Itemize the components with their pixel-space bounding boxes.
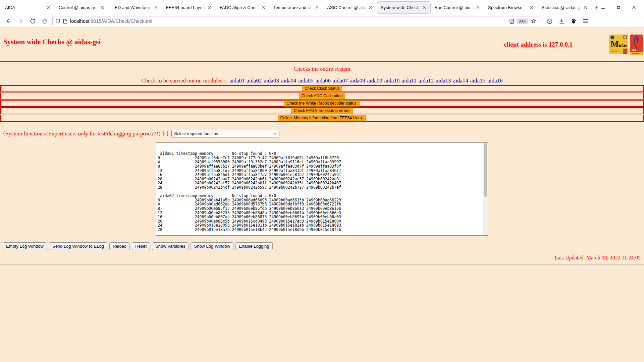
extension-footprint-icon[interactable] bbox=[571, 18, 577, 24]
action-button[interactable]: Empty Log Window bbox=[3, 242, 47, 250]
home-icon[interactable] bbox=[40, 17, 49, 25]
browser-window: AIDA Control @ aidas-gs LED and Waveform bbox=[0, 0, 644, 362]
tab-close-icon[interactable] bbox=[207, 5, 212, 10]
forward-icon[interactable] bbox=[16, 17, 25, 25]
tab-close-icon[interactable] bbox=[475, 5, 481, 10]
module-link[interactable]: aida13 bbox=[436, 77, 451, 84]
action-button[interactable]: Enable Logging bbox=[235, 242, 272, 250]
action-button[interactable]: Reload bbox=[109, 242, 130, 250]
module-link[interactable]: aida01 bbox=[229, 77, 245, 84]
shield-icon[interactable] bbox=[55, 18, 60, 24]
tab-close-icon[interactable] bbox=[368, 5, 373, 10]
browser-tab[interactable]: ASIC Control @ aid bbox=[324, 2, 377, 13]
browser-tab[interactable]: FADC Align & Cont bbox=[216, 2, 269, 13]
check-row: Check ADC Calibration bbox=[0, 93, 644, 100]
midas-mask-icon bbox=[623, 36, 627, 39]
browser-tab[interactable]: FEE64 board Layou bbox=[163, 2, 216, 13]
check-row: Check Clock Status bbox=[0, 85, 644, 92]
tab-close-icon[interactable] bbox=[422, 5, 427, 10]
page-title: System wide Checks @ aidas-gsi bbox=[3, 38, 101, 46]
reload-icon[interactable] bbox=[28, 17, 37, 25]
tab-close-icon[interactable] bbox=[314, 5, 320, 10]
modules-list: aida01aida02aida03aida04aida05aida06aida… bbox=[227, 77, 503, 84]
pocket-icon[interactable] bbox=[547, 18, 552, 24]
check-button[interactable]: Check FPGA Timestamp errors. bbox=[291, 108, 353, 114]
browser-tab[interactable]: AIDA bbox=[2, 2, 55, 13]
menu-hamburger-icon[interactable] bbox=[583, 19, 588, 23]
page-info-icon[interactable] bbox=[63, 19, 67, 24]
new-tab-button[interactable]: + bbox=[593, 2, 600, 12]
action-button[interactable]: Show Variables bbox=[152, 242, 189, 250]
maximize-icon[interactable] bbox=[616, 5, 621, 10]
tab-title: ASIC Control @ aid bbox=[327, 5, 368, 10]
module-link[interactable]: aida14 bbox=[453, 77, 468, 84]
check-button[interactable]: Check Clock Status bbox=[302, 85, 342, 92]
tab-title: LED and Waveform bbox=[112, 5, 153, 10]
bookmark-star-icon[interactable] bbox=[531, 18, 536, 24]
module-link[interactable]: aida10 bbox=[384, 77, 399, 84]
action-button[interactable]: Send Log Window to ELog bbox=[49, 242, 107, 250]
function-select[interactable]: Select required function bbox=[171, 130, 279, 137]
action-button[interactable]: Show Log Window bbox=[191, 242, 233, 250]
tcl-logo[interactable]: TCL POWERED bbox=[630, 35, 643, 55]
tcl-text: TCL bbox=[631, 48, 637, 52]
browser-tab[interactable]: Spectrum Browser bbox=[485, 2, 538, 13]
check-button[interactable]: Collect Memory information from FEE64 Li… bbox=[278, 115, 367, 121]
zoom-level-badge[interactable]: 90% bbox=[517, 18, 528, 24]
action-button[interactable]: Reset bbox=[132, 242, 150, 250]
close-icon[interactable] bbox=[631, 5, 637, 10]
log-window[interactable]: aida01 timestamp memory No stop found : … bbox=[156, 142, 488, 236]
tab-title: Statistics @ aidas-g bbox=[542, 5, 583, 10]
browser-tab[interactable]: Run Control @ aida bbox=[431, 2, 484, 13]
check-row: Check the White Rabbit decoder status. bbox=[0, 100, 644, 107]
check-row: Check FPGA Timestamp errors. bbox=[0, 107, 644, 114]
check-button[interactable]: Check ADC Calibration bbox=[299, 93, 345, 99]
download-icon[interactable] bbox=[559, 18, 565, 24]
module-link[interactable]: aida15 bbox=[470, 77, 485, 84]
log-scrollbar[interactable] bbox=[483, 143, 488, 235]
reader-mode-icon[interactable] bbox=[509, 19, 514, 24]
midas-crest-icon bbox=[610, 36, 614, 39]
action-buttons-row: Empty Log Window Send Log Window to ELog… bbox=[3, 242, 644, 250]
module-link[interactable]: aida16 bbox=[487, 77, 502, 84]
tab-close-icon[interactable] bbox=[100, 5, 105, 10]
module-link[interactable]: aida09 bbox=[367, 77, 382, 84]
tab-close-icon[interactable] bbox=[529, 5, 534, 10]
tab-title: Temperature and st bbox=[273, 5, 314, 10]
module-link[interactable]: aida04 bbox=[281, 77, 296, 84]
tab-close-icon[interactable] bbox=[261, 5, 266, 10]
tab-title: FADC Align & Cont bbox=[220, 5, 261, 10]
divider-top bbox=[0, 61, 644, 62]
system-functions-row: {System functions (Expert users only for… bbox=[3, 130, 644, 137]
module-link[interactable]: aida05 bbox=[298, 77, 313, 84]
url-bar[interactable]: localhost:8015/AIDA/Check/Check.tml 90% bbox=[52, 16, 539, 26]
tcl-strip-text: POWERED bbox=[630, 52, 643, 55]
last-updated: Last Updated: March 08, 2022 11:24:05 bbox=[0, 255, 641, 261]
function-select-value: Select required function bbox=[174, 131, 273, 136]
tab-close-icon[interactable] bbox=[153, 5, 159, 10]
module-link[interactable]: aida08 bbox=[350, 77, 365, 84]
tab-close-icon[interactable] bbox=[46, 5, 51, 10]
browser-tab[interactable]: Control @ aidas-gs bbox=[55, 2, 108, 13]
module-link[interactable]: aida02 bbox=[247, 77, 262, 84]
browser-tab[interactable]: Temperature and st bbox=[270, 2, 323, 13]
module-link[interactable]: aida07 bbox=[333, 77, 348, 84]
midas-logo[interactable]: Midas powered by bbox=[609, 35, 628, 54]
module-link[interactable]: aida06 bbox=[316, 77, 331, 84]
url-text: localhost:8015/AIDA/Check/Check.tml bbox=[70, 18, 507, 24]
back-icon[interactable] bbox=[4, 17, 13, 25]
tab-title: Run Control @ aida bbox=[434, 5, 475, 10]
minimize-icon[interactable] bbox=[600, 5, 606, 10]
browser-tab[interactable]: System wide Check bbox=[377, 2, 430, 13]
check-button[interactable]: Check the White Rabbit decoder status. bbox=[284, 100, 360, 107]
browser-tab[interactable]: LED and Waveform bbox=[109, 2, 162, 13]
log-scrollbar-thumb[interactable] bbox=[484, 143, 487, 197]
tab-title: AIDA bbox=[5, 5, 46, 10]
tab-close-icon[interactable] bbox=[583, 5, 588, 10]
module-link[interactable]: aida12 bbox=[419, 77, 434, 84]
module-link[interactable]: aida11 bbox=[401, 77, 417, 84]
log-text[interactable]: aida01 timestamp memory No stop found : … bbox=[156, 143, 488, 235]
browser-tab[interactable]: Statistics @ aidas-g bbox=[538, 2, 591, 13]
check-rows: Check Clock Status Check ADC Calibration… bbox=[0, 85, 644, 122]
module-link[interactable]: aida03 bbox=[264, 77, 279, 84]
